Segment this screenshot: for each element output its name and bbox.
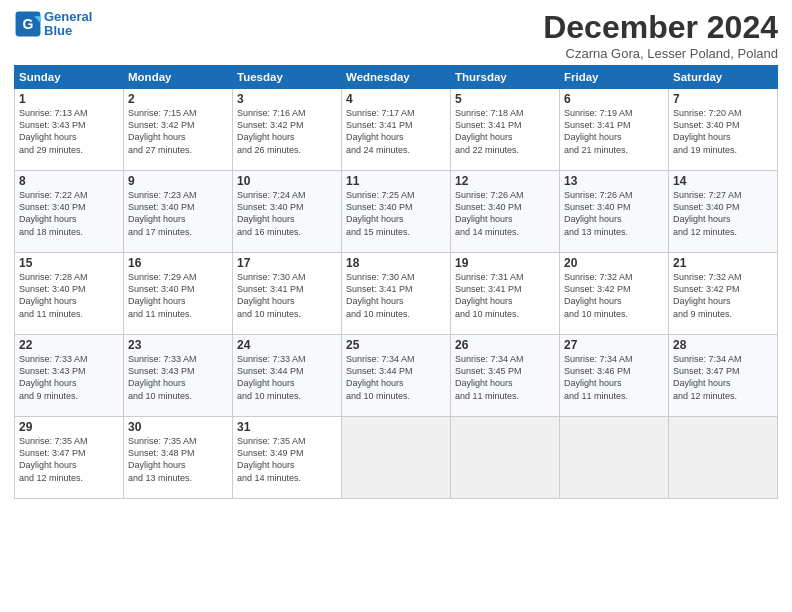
day-number: 25 bbox=[346, 338, 446, 352]
calendar-cell: 20 Sunrise: 7:32 AM Sunset: 3:42 PM Dayl… bbox=[560, 253, 669, 335]
day-number: 3 bbox=[237, 92, 337, 106]
day-detail: Sunrise: 7:22 AM Sunset: 3:40 PM Dayligh… bbox=[19, 189, 119, 238]
calendar-cell: 19 Sunrise: 7:31 AM Sunset: 3:41 PM Dayl… bbox=[451, 253, 560, 335]
calendar-header-cell: Friday bbox=[560, 66, 669, 89]
calendar-cell: 17 Sunrise: 7:30 AM Sunset: 3:41 PM Dayl… bbox=[233, 253, 342, 335]
day-detail: Sunrise: 7:30 AM Sunset: 3:41 PM Dayligh… bbox=[237, 271, 337, 320]
calendar-cell bbox=[560, 417, 669, 499]
month-title: December 2024 bbox=[543, 10, 778, 45]
calendar-cell: 30 Sunrise: 7:35 AM Sunset: 3:48 PM Dayl… bbox=[124, 417, 233, 499]
calendar-cell: 15 Sunrise: 7:28 AM Sunset: 3:40 PM Dayl… bbox=[15, 253, 124, 335]
calendar-cell: 4 Sunrise: 7:17 AM Sunset: 3:41 PM Dayli… bbox=[342, 89, 451, 171]
calendar-week-row: 29 Sunrise: 7:35 AM Sunset: 3:47 PM Dayl… bbox=[15, 417, 778, 499]
calendar-cell: 14 Sunrise: 7:27 AM Sunset: 3:40 PM Dayl… bbox=[669, 171, 778, 253]
calendar-cell: 10 Sunrise: 7:24 AM Sunset: 3:40 PM Dayl… bbox=[233, 171, 342, 253]
logo-icon: G bbox=[14, 10, 42, 38]
calendar-cell: 31 Sunrise: 7:35 AM Sunset: 3:49 PM Dayl… bbox=[233, 417, 342, 499]
calendar-cell bbox=[669, 417, 778, 499]
day-detail: Sunrise: 7:28 AM Sunset: 3:40 PM Dayligh… bbox=[19, 271, 119, 320]
day-number: 23 bbox=[128, 338, 228, 352]
day-number: 6 bbox=[564, 92, 664, 106]
calendar-cell: 11 Sunrise: 7:25 AM Sunset: 3:40 PM Dayl… bbox=[342, 171, 451, 253]
calendar-cell: 6 Sunrise: 7:19 AM Sunset: 3:41 PM Dayli… bbox=[560, 89, 669, 171]
calendar-cell: 23 Sunrise: 7:33 AM Sunset: 3:43 PM Dayl… bbox=[124, 335, 233, 417]
day-number: 12 bbox=[455, 174, 555, 188]
calendar-body: 1 Sunrise: 7:13 AM Sunset: 3:43 PM Dayli… bbox=[15, 89, 778, 499]
day-detail: Sunrise: 7:35 AM Sunset: 3:49 PM Dayligh… bbox=[237, 435, 337, 484]
day-detail: Sunrise: 7:29 AM Sunset: 3:40 PM Dayligh… bbox=[128, 271, 228, 320]
day-number: 10 bbox=[237, 174, 337, 188]
day-number: 14 bbox=[673, 174, 773, 188]
day-detail: Sunrise: 7:34 AM Sunset: 3:46 PM Dayligh… bbox=[564, 353, 664, 402]
calendar-week-row: 15 Sunrise: 7:28 AM Sunset: 3:40 PM Dayl… bbox=[15, 253, 778, 335]
calendar-header-cell: Thursday bbox=[451, 66, 560, 89]
calendar-cell: 26 Sunrise: 7:34 AM Sunset: 3:45 PM Dayl… bbox=[451, 335, 560, 417]
day-number: 11 bbox=[346, 174, 446, 188]
day-detail: Sunrise: 7:13 AM Sunset: 3:43 PM Dayligh… bbox=[19, 107, 119, 156]
calendar-cell: 22 Sunrise: 7:33 AM Sunset: 3:43 PM Dayl… bbox=[15, 335, 124, 417]
header: G General Blue December 2024 Czarna Gora… bbox=[14, 10, 778, 61]
day-detail: Sunrise: 7:20 AM Sunset: 3:40 PM Dayligh… bbox=[673, 107, 773, 156]
calendar-header-cell: Wednesday bbox=[342, 66, 451, 89]
calendar-cell bbox=[342, 417, 451, 499]
calendar-cell: 24 Sunrise: 7:33 AM Sunset: 3:44 PM Dayl… bbox=[233, 335, 342, 417]
day-number: 9 bbox=[128, 174, 228, 188]
calendar-cell: 29 Sunrise: 7:35 AM Sunset: 3:47 PM Dayl… bbox=[15, 417, 124, 499]
calendar-cell: 2 Sunrise: 7:15 AM Sunset: 3:42 PM Dayli… bbox=[124, 89, 233, 171]
calendar-cell: 9 Sunrise: 7:23 AM Sunset: 3:40 PM Dayli… bbox=[124, 171, 233, 253]
day-number: 16 bbox=[128, 256, 228, 270]
day-detail: Sunrise: 7:35 AM Sunset: 3:47 PM Dayligh… bbox=[19, 435, 119, 484]
calendar-cell: 3 Sunrise: 7:16 AM Sunset: 3:42 PM Dayli… bbox=[233, 89, 342, 171]
calendar-cell: 5 Sunrise: 7:18 AM Sunset: 3:41 PM Dayli… bbox=[451, 89, 560, 171]
title-block: December 2024 Czarna Gora, Lesser Poland… bbox=[543, 10, 778, 61]
day-number: 8 bbox=[19, 174, 119, 188]
day-detail: Sunrise: 7:33 AM Sunset: 3:43 PM Dayligh… bbox=[19, 353, 119, 402]
day-number: 2 bbox=[128, 92, 228, 106]
day-detail: Sunrise: 7:30 AM Sunset: 3:41 PM Dayligh… bbox=[346, 271, 446, 320]
calendar-week-row: 1 Sunrise: 7:13 AM Sunset: 3:43 PM Dayli… bbox=[15, 89, 778, 171]
day-detail: Sunrise: 7:16 AM Sunset: 3:42 PM Dayligh… bbox=[237, 107, 337, 156]
calendar-cell: 8 Sunrise: 7:22 AM Sunset: 3:40 PM Dayli… bbox=[15, 171, 124, 253]
calendar-header-cell: Tuesday bbox=[233, 66, 342, 89]
day-number: 18 bbox=[346, 256, 446, 270]
day-detail: Sunrise: 7:34 AM Sunset: 3:45 PM Dayligh… bbox=[455, 353, 555, 402]
day-number: 30 bbox=[128, 420, 228, 434]
day-number: 22 bbox=[19, 338, 119, 352]
day-detail: Sunrise: 7:24 AM Sunset: 3:40 PM Dayligh… bbox=[237, 189, 337, 238]
logo-text: General Blue bbox=[44, 10, 92, 39]
day-number: 24 bbox=[237, 338, 337, 352]
day-detail: Sunrise: 7:25 AM Sunset: 3:40 PM Dayligh… bbox=[346, 189, 446, 238]
calendar-cell bbox=[451, 417, 560, 499]
calendar-cell: 21 Sunrise: 7:32 AM Sunset: 3:42 PM Dayl… bbox=[669, 253, 778, 335]
day-number: 13 bbox=[564, 174, 664, 188]
day-detail: Sunrise: 7:26 AM Sunset: 3:40 PM Dayligh… bbox=[564, 189, 664, 238]
calendar-header-cell: Monday bbox=[124, 66, 233, 89]
day-detail: Sunrise: 7:23 AM Sunset: 3:40 PM Dayligh… bbox=[128, 189, 228, 238]
day-number: 20 bbox=[564, 256, 664, 270]
calendar-header-cell: Saturday bbox=[669, 66, 778, 89]
day-number: 31 bbox=[237, 420, 337, 434]
day-detail: Sunrise: 7:19 AM Sunset: 3:41 PM Dayligh… bbox=[564, 107, 664, 156]
calendar-header-cell: Sunday bbox=[15, 66, 124, 89]
day-detail: Sunrise: 7:33 AM Sunset: 3:43 PM Dayligh… bbox=[128, 353, 228, 402]
day-number: 26 bbox=[455, 338, 555, 352]
calendar-cell: 12 Sunrise: 7:26 AM Sunset: 3:40 PM Dayl… bbox=[451, 171, 560, 253]
day-number: 27 bbox=[564, 338, 664, 352]
day-number: 5 bbox=[455, 92, 555, 106]
day-detail: Sunrise: 7:18 AM Sunset: 3:41 PM Dayligh… bbox=[455, 107, 555, 156]
day-detail: Sunrise: 7:35 AM Sunset: 3:48 PM Dayligh… bbox=[128, 435, 228, 484]
day-detail: Sunrise: 7:33 AM Sunset: 3:44 PM Dayligh… bbox=[237, 353, 337, 402]
day-detail: Sunrise: 7:15 AM Sunset: 3:42 PM Dayligh… bbox=[128, 107, 228, 156]
logo: G General Blue bbox=[14, 10, 92, 39]
day-detail: Sunrise: 7:32 AM Sunset: 3:42 PM Dayligh… bbox=[564, 271, 664, 320]
day-detail: Sunrise: 7:34 AM Sunset: 3:47 PM Dayligh… bbox=[673, 353, 773, 402]
logo-line1: General bbox=[44, 9, 92, 24]
calendar-table: SundayMondayTuesdayWednesdayThursdayFrid… bbox=[14, 65, 778, 499]
calendar-week-row: 22 Sunrise: 7:33 AM Sunset: 3:43 PM Dayl… bbox=[15, 335, 778, 417]
calendar-cell: 7 Sunrise: 7:20 AM Sunset: 3:40 PM Dayli… bbox=[669, 89, 778, 171]
calendar-cell: 27 Sunrise: 7:34 AM Sunset: 3:46 PM Dayl… bbox=[560, 335, 669, 417]
day-number: 28 bbox=[673, 338, 773, 352]
day-detail: Sunrise: 7:26 AM Sunset: 3:40 PM Dayligh… bbox=[455, 189, 555, 238]
day-number: 29 bbox=[19, 420, 119, 434]
calendar-cell: 13 Sunrise: 7:26 AM Sunset: 3:40 PM Dayl… bbox=[560, 171, 669, 253]
